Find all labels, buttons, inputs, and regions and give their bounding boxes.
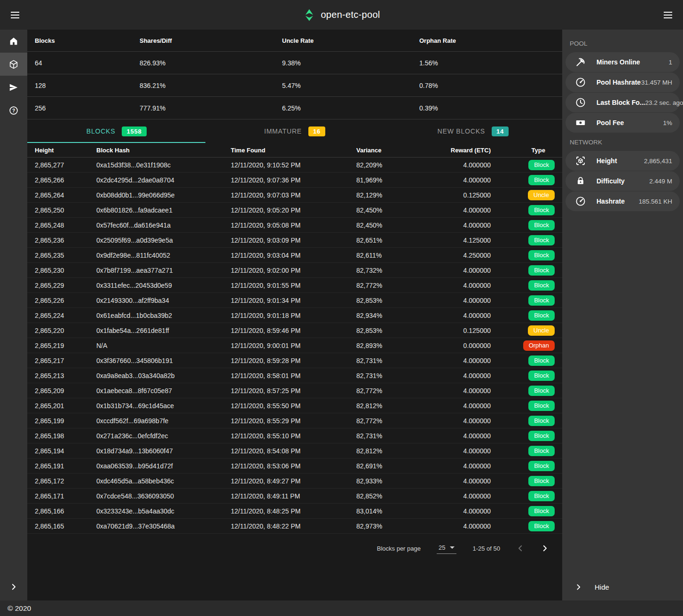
block-variance: 82,853% — [356, 297, 381, 304]
table-row[interactable]: 2,865,191 0xaa063539...b95d41d72f 12/11/… — [27, 458, 562, 474]
table-row[interactable]: 2,865,166 0x3233243e...b5a4aa30dc 12/11/… — [27, 504, 562, 519]
block-time-found: 12/11/2020, 9:00:01 PM — [231, 342, 356, 349]
tab-new-blocks[interactable]: NEW BLOCKS 14 — [384, 119, 562, 143]
block-time-found: 12/11/2020, 9:01:34 PM — [231, 297, 356, 304]
table-row[interactable]: 2,865,171 0x7cdce548...3636093050 12/11/… — [27, 489, 562, 504]
block-variance: 81,969% — [356, 176, 381, 184]
nav-item-home[interactable] — [0, 30, 27, 53]
block-type-badge: Block — [528, 476, 555, 486]
block-variance: 83,014% — [356, 507, 381, 515]
table-row[interactable]: 2,865,213 0xa9a8eab3...03a340a82b 12/11/… — [27, 368, 562, 383]
table-row[interactable]: 2,865,199 0xccdf562f...69a698b7fe 12/11/… — [27, 413, 562, 428]
table-row[interactable]: 2,865,217 0x3f367660...345806b191 12/11/… — [27, 353, 562, 368]
table-row[interactable]: 2,865,250 0x6b801826...fa9adcaee1 12/11/… — [27, 203, 562, 218]
table-row[interactable]: 2,865,220 0x1fabe54a...2661de81ff 12/11/… — [27, 323, 562, 338]
block-hash: 0xb08dd0b1...99e066d95e — [96, 191, 231, 199]
block-height: 2,865,277 — [35, 161, 96, 169]
table-row[interactable]: 2,865,248 0x57fec60f...da616e941a 12/11/… — [27, 218, 562, 233]
gauge-icon — [575, 77, 586, 88]
table-row[interactable]: 2,865,277 0xa15d3f38...0e31f1908c 12/11/… — [27, 158, 562, 173]
stats-blocks-value: 256 — [35, 104, 140, 112]
stats-orphan-rate-value: 0.39% — [419, 104, 555, 112]
block-reward: 4.000000 — [381, 206, 491, 214]
tab-immature[interactable]: IMMATURE 16 — [205, 119, 384, 143]
table-row[interactable]: 2,865,230 0x7b8f7199...aea377a271 12/11/… — [27, 263, 562, 278]
col-header-variance: Variance — [356, 147, 381, 154]
table-row[interactable]: 2,865,235 0x9df2e98e...811fc40052 12/11/… — [27, 248, 562, 263]
page-range-label: 1-25 of 50 — [472, 545, 500, 552]
block-time-found: 12/11/2020, 9:03:04 PM — [231, 252, 356, 259]
menu-icon[interactable] — [9, 9, 21, 21]
table-row[interactable]: 2,865,219 N/A 12/11/2020, 9:00:01 PM 82,… — [27, 338, 562, 353]
tab-immature-badge: 16 — [308, 126, 325, 136]
tab-blocks[interactable]: BLOCKS 1558 — [27, 119, 205, 143]
table-row[interactable]: 2,865,236 0x25095f69...a0d39e9e5a 12/11/… — [27, 233, 562, 248]
table-row[interactable]: 2,865,165 0xa70621d9...37e305468a 12/11/… — [27, 519, 562, 534]
table-row[interactable]: 2,865,172 0xdc465d5a...a58beb436c 12/11/… — [27, 474, 562, 489]
left-sidebar: ? — [0, 30, 27, 600]
table-row[interactable]: 2,865,226 0x21493300...af2ff9ba34 12/11/… — [27, 293, 562, 308]
table-row[interactable]: 2,865,209 0x1aebeca8...8f67c05e87 12/11/… — [27, 383, 562, 398]
block-reward: 0.125000 — [381, 327, 491, 334]
table-row[interactable]: 2,865,229 0x3311efec...20453d0e59 12/11/… — [27, 278, 562, 293]
per-page-select[interactable]: 25 — [437, 543, 456, 554]
block-height: 2,865,171 — [35, 492, 96, 500]
block-type-badge: Block — [528, 461, 555, 471]
block-variance: 82,732% — [356, 267, 381, 274]
block-variance: 82,853% — [356, 327, 381, 334]
block-height: 2,865,201 — [35, 402, 96, 410]
block-time-found: 12/11/2020, 8:58:01 PM — [231, 372, 356, 379]
block-type-badge: Block — [528, 160, 555, 170]
block-type-badge: Orphan — [523, 340, 555, 351]
table-row[interactable]: 2,865,198 0x271a236c...0efcfdf2ec 12/11/… — [27, 428, 562, 443]
network-section-title: NETWORK — [562, 133, 683, 150]
help-icon: ? — [8, 105, 19, 116]
block-type-badge: Block — [528, 491, 555, 501]
block-time-found: 12/11/2020, 8:54:08 PM — [231, 447, 356, 455]
block-type-badge: Block — [528, 310, 555, 321]
block-type-badge: Uncle — [528, 190, 555, 200]
block-variance: 82,450% — [356, 206, 381, 214]
tab-blocks-badge: 1558 — [122, 126, 146, 136]
prev-page-button[interactable] — [516, 544, 525, 553]
stats-header-row: Blocks Shares/Diff Uncle Rate Orphan Rat… — [27, 30, 562, 52]
brand: open-etc-pool — [303, 0, 380, 30]
next-page-button[interactable] — [541, 544, 549, 553]
table-row[interactable]: 2,865,201 0x1b31b734...69c1d45ace 12/11/… — [27, 398, 562, 413]
block-reward: 4.000000 — [381, 507, 491, 515]
block-hash: 0xa9a8eab3...03a340a82b — [96, 372, 231, 379]
block-variance: 82,852% — [356, 492, 381, 500]
block-hash: 0xa15d3f38...0e31f1908c — [96, 161, 231, 169]
stats-header-uncle-rate: Uncle Rate — [282, 37, 419, 44]
nav-item-blocks[interactable] — [0, 53, 27, 76]
chevron-left-icon — [516, 544, 525, 553]
block-time-found: 12/11/2020, 8:49:27 PM — [231, 477, 356, 485]
block-height: 2,865,224 — [35, 312, 96, 319]
block-time-found: 12/11/2020, 9:01:55 PM — [231, 282, 356, 289]
hide-label: Hide — [595, 583, 609, 591]
table-row[interactable]: 2,865,264 0xb08dd0b1...99e066d95e 12/11/… — [27, 188, 562, 203]
nav-item-payments[interactable] — [0, 76, 27, 99]
block-height: 2,865,199 — [35, 417, 96, 425]
block-type-badge: Block — [528, 235, 555, 245]
sidebar-expand-button[interactable] — [0, 573, 27, 600]
app-window: open-etc-pool ? — [0, 0, 683, 616]
nav-item-help[interactable]: ? — [0, 99, 27, 122]
tab-new-blocks-label: NEW BLOCKS — [438, 127, 485, 135]
block-reward: 4.000000 — [381, 432, 491, 440]
col-header-height: Height — [35, 147, 96, 154]
block-type-badge: Block — [528, 280, 555, 291]
block-variance: 82,934% — [356, 312, 381, 319]
page-title: open-etc-pool — [321, 9, 380, 20]
table-row[interactable]: 2,865,194 0x18d734a9...13b6060f47 12/11/… — [27, 443, 562, 458]
lock-icon — [575, 175, 586, 187]
menu-right-icon[interactable] — [662, 9, 674, 21]
table-row[interactable]: 2,865,224 0x61eabfcd...1b0cba39b2 12/11/… — [27, 308, 562, 323]
table-row[interactable]: 2,865,266 0x2dc4295d...2dae0a8704 12/11/… — [27, 173, 562, 188]
block-height: 2,865,236 — [35, 237, 96, 244]
block-height: 2,865,229 — [35, 282, 96, 289]
block-hash: 0x3f367660...345806b191 — [96, 357, 231, 364]
block-hash: 0x6b801826...fa9adcaee1 — [96, 206, 231, 214]
block-height: 2,865,166 — [35, 507, 96, 515]
hide-sidebar-button[interactable]: Hide — [562, 583, 683, 600]
